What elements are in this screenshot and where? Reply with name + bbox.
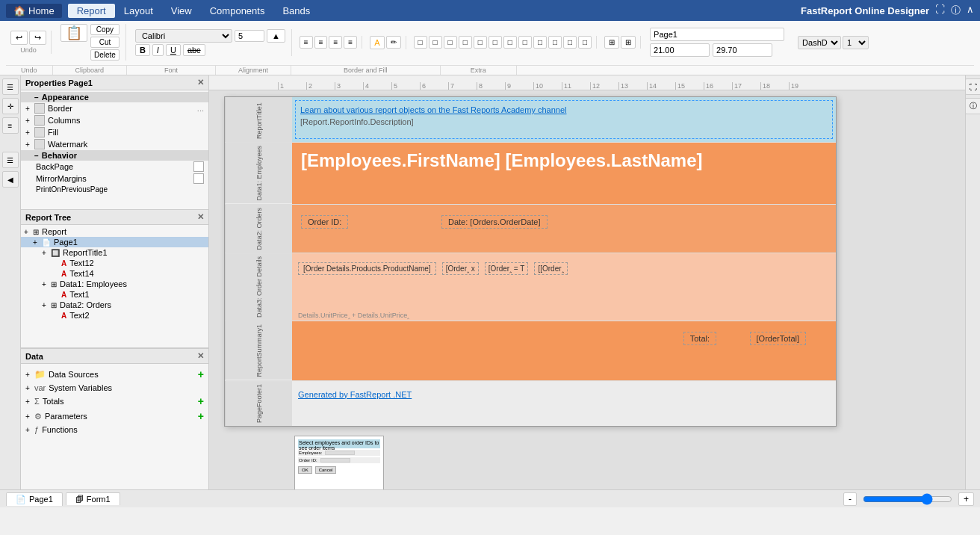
menu-report[interactable]: Report [68,4,115,18]
report-title-link[interactable]: Learn about various report objects on th… [300,105,828,114]
band-data1-content[interactable]: [Employees.FirstName] [Employees.LastNam… [292,143,836,204]
band-data2-content[interactable]: Order ID: Date: [Orders.OrderDate] [292,205,836,253]
parameters-row[interactable]: + ⚙ Parameters + [21,409,208,424]
collapse-ribbon-icon[interactable]: ∧ [967,4,974,17]
align-justify-button[interactable]: ≡ [344,36,357,49]
functions-row[interactable]: + ƒ Functions [21,424,208,436]
totals-add-icon[interactable]: + [198,395,204,407]
page-name-input[interactable] [650,28,784,41]
backpage-checkbox[interactable] [193,161,204,172]
extra-btn2[interactable]: ⊞ [621,36,636,49]
data-panel-close[interactable]: ✕ [197,351,204,361]
properties-close-button[interactable]: ✕ [197,78,204,87]
border-btn3[interactable]: □ [444,36,457,49]
tree-report[interactable]: + ⊞ Report [21,226,208,237]
tree-text12[interactable]: A Text12 [21,258,208,268]
border-btn1[interactable]: □ [414,36,427,49]
tools-btn5[interactable]: ◀ [2,171,19,188]
tree-text2[interactable]: A Text2 [21,310,208,321]
underline-button[interactable]: U [166,44,181,56]
page1-tab[interactable]: 📄 Page1 [6,492,63,506]
tree-page1[interactable]: + 📄 Page1 [21,237,208,247]
page-height-input[interactable] [713,43,772,57]
zoom-slider[interactable] [863,493,952,505]
data-sources-add-icon[interactable]: + [198,368,204,380]
appearance-section[interactable]: − Appearance [21,92,208,102]
border-btn11[interactable]: □ [563,36,577,49]
tree-text14[interactable]: A Text14 [21,268,208,279]
tools-btn4[interactable]: ☰ [2,152,19,168]
strikethrough-button[interactable]: abc [183,44,205,56]
border-btn10[interactable]: □ [548,36,562,49]
behavior-section[interactable]: − Behavior [21,150,208,161]
tree-text1[interactable]: A Text1 [21,289,208,300]
right-edge-btn1[interactable]: ⛶ [965,78,981,95]
mirrormargins-checkbox[interactable] [193,173,204,184]
band-footer-content[interactable]: Generated by FastReport .NET [292,381,836,426]
dash-value-select[interactable]: 1 [843,36,869,49]
print-prev-row[interactable]: PrintOnPreviousPage [21,185,208,194]
bold-button[interactable]: B [135,44,150,56]
right-edge-btn2[interactable]: ⓘ [965,98,981,114]
italic-button[interactable]: I [152,44,164,56]
border-dots[interactable]: ... [197,104,204,113]
form1-tab[interactable]: 🗐 Form1 [66,492,120,505]
tree-data2[interactable]: + ⊞ Data2: Orders [21,300,208,310]
border-btn8[interactable]: □ [518,36,532,49]
border-btn2[interactable]: □ [429,36,442,49]
menu-bands[interactable]: Bands [273,4,319,18]
border-btn12[interactable]: □ [578,36,592,49]
highlight-button[interactable]: ✏ [386,36,401,49]
align-left-button[interactable]: ≡ [300,36,313,49]
delete-button[interactable]: Delete [90,49,120,61]
band-report-title-content[interactable]: Learn about various report objects on th… [292,97,836,142]
border-btn4[interactable]: □ [459,36,472,49]
mirrormargins-row[interactable]: MirrorMargins [21,173,208,185]
font-size-input[interactable] [235,30,264,42]
extra-btn1[interactable]: ⊞ [604,36,619,49]
menu-components[interactable]: Components [201,4,274,18]
backpage-row[interactable]: BackPage [21,161,208,173]
text-format-button[interactable]: A [370,36,384,49]
band-summary-content[interactable]: Total: [OrderTotal] [292,321,836,380]
tools-btn3[interactable]: ≡ [2,117,19,134]
tools-btn1[interactable]: ☰ [2,78,19,95]
page-width-input[interactable] [650,43,710,57]
border-btn9[interactable]: □ [533,36,547,49]
redo-button[interactable]: ↪ [29,31,46,45]
undo-button[interactable]: ↩ [10,31,28,45]
columns-row[interactable]: + Columns [21,114,208,126]
data-sources-row[interactable]: + 📁 Data Sources + [21,367,208,382]
home-button[interactable]: 🏠 Home [6,4,62,18]
footer-link-text[interactable]: Generated by FastReport .NET [298,390,412,399]
border-btn7[interactable]: □ [503,36,517,49]
font-size-up-button[interactable]: ▲ [267,29,285,43]
info-icon[interactable]: ⓘ [951,4,961,17]
band-data3-content[interactable]: [Order Details.Products.ProductName] [Or… [292,253,836,321]
tree-data1[interactable]: + ⊞ Data1: Employees [21,279,208,289]
zoom-plus-button[interactable]: + [958,492,974,506]
cut-button[interactable]: Cut [90,37,120,48]
parameters-add-icon[interactable]: + [198,410,204,422]
tools-btn2[interactable]: ✛ [2,98,19,114]
align-center-button[interactable]: ≡ [314,36,328,49]
fill-row[interactable]: + Fill [21,126,208,138]
totals-row[interactable]: + Σ Totals + [21,394,208,409]
menu-view[interactable]: View [162,4,201,18]
tree-reporttitle1[interactable]: + 🔲 ReportTitle1 [21,247,208,258]
canvas-area[interactable]: 1 2 3 4 5 6 7 8 9 10 11 12 13 14 15 16 1… [209,75,965,489]
system-variables-row[interactable]: + var System Variables [21,382,208,394]
dash-type-select[interactable]: DashD [798,36,841,49]
watermark-row[interactable]: + Watermark [21,138,208,150]
menu-layout[interactable]: Layout [115,4,162,18]
zoom-minus-button[interactable]: - [843,492,857,506]
font-family-select[interactable]: Calibri [135,29,232,43]
report-tree-close[interactable]: ✕ [197,212,204,222]
paste-button[interactable]: 📋 [61,24,87,42]
border-btn6[interactable]: □ [489,36,502,49]
restore-icon[interactable]: ⛶ [935,4,945,17]
border-btn5[interactable]: □ [474,36,487,49]
copy-button[interactable]: Copy [90,24,120,35]
border-row[interactable]: + Border ... [21,102,208,114]
canvas-scroll-area[interactable]: ReportTitle1 Learn about various report … [209,90,965,489]
